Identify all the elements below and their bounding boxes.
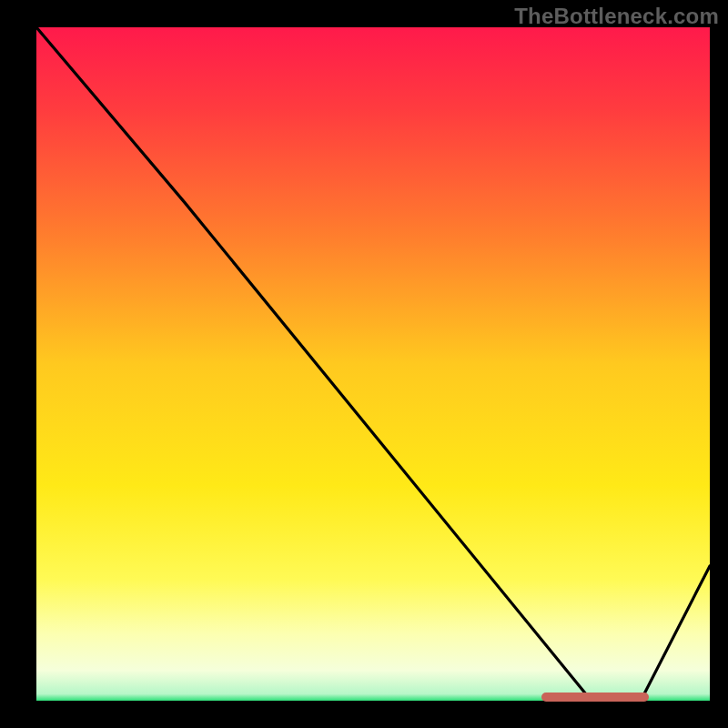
- chart-frame: TheBottleneck.com: [0, 0, 728, 728]
- watermark-text: TheBottleneck.com: [514, 4, 719, 29]
- bottleneck-chart: [36, 27, 710, 701]
- optimal-marker: [541, 693, 649, 702]
- plot-area: [36, 27, 710, 701]
- chart-background: [36, 27, 710, 701]
